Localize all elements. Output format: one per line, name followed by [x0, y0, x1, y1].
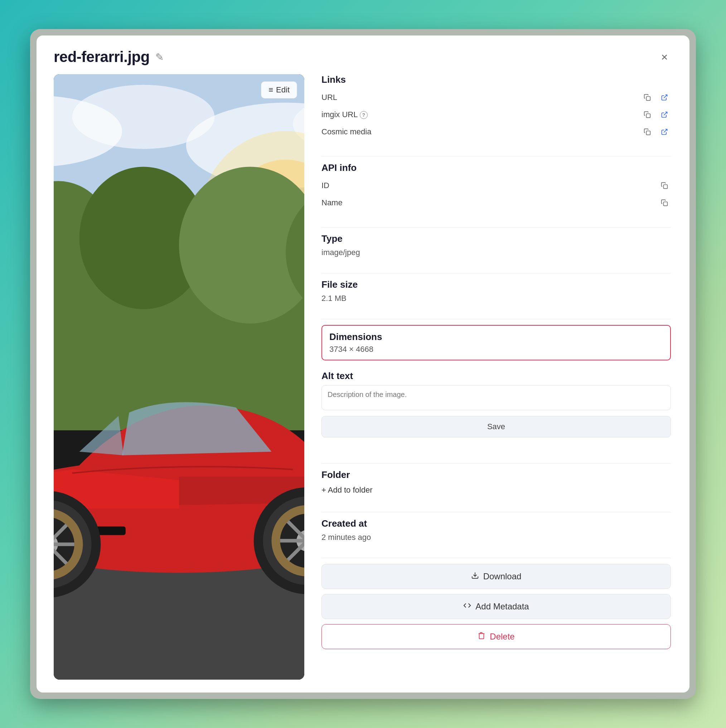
api-info-title: API info — [322, 162, 671, 173]
file-size-title: File size — [322, 279, 671, 290]
url-external-btn[interactable] — [658, 91, 671, 104]
svg-rect-43 — [647, 97, 650, 101]
type-title: Type — [322, 233, 671, 244]
cosmic-media-row: Cosmic media — [322, 123, 671, 141]
name-copy-btn[interactable] — [658, 196, 671, 209]
svg-rect-50 — [664, 202, 668, 206]
id-label: ID — [322, 181, 329, 190]
divider-5 — [322, 463, 671, 463]
delete-icon — [477, 632, 485, 642]
delete-label: Delete — [490, 632, 514, 642]
download-icon — [471, 572, 479, 581]
svg-rect-47 — [647, 131, 650, 135]
svg-rect-49 — [664, 185, 668, 189]
cosmic-copy-btn[interactable] — [641, 125, 654, 138]
alt-text-title: Alt text — [322, 370, 671, 382]
divider-2 — [322, 227, 671, 228]
title-row: red-ferarri.jpg ✎ — [54, 48, 163, 66]
created-at-title: Created at — [322, 518, 671, 529]
links-section: Links URL — [322, 74, 671, 141]
divider-6 — [322, 512, 671, 512]
imgix-external-btn[interactable] — [658, 108, 671, 121]
add-metadata-button[interactable]: Add Metadata — [322, 594, 671, 619]
alt-text-input[interactable] — [322, 385, 671, 410]
name-label: Name — [322, 198, 343, 208]
download-button[interactable]: Download — [322, 564, 671, 589]
svg-rect-45 — [647, 114, 650, 118]
name-icons — [658, 196, 671, 209]
url-label: URL — [322, 93, 337, 102]
cosmic-media-label: Cosmic media — [322, 127, 371, 136]
svg-line-44 — [664, 95, 667, 98]
sidebar: Links URL — [322, 74, 672, 680]
delete-button[interactable]: Delete — [322, 624, 671, 649]
divider-4 — [322, 319, 671, 319]
url-row: URL — [322, 89, 671, 106]
type-section: Type image/jpeg — [322, 233, 671, 257]
id-icons — [658, 179, 671, 192]
metadata-icon — [463, 601, 471, 612]
imgix-help-icon[interactable]: ? — [360, 111, 368, 119]
cosmic-external-btn[interactable] — [658, 125, 671, 138]
svg-line-48 — [664, 129, 667, 133]
add-to-folder-button[interactable]: + Add to folder — [322, 484, 373, 496]
imgix-url-icons — [641, 108, 671, 121]
imgix-url-label: imgix URL ? — [322, 110, 368, 119]
dimensions-value: 3734 × 4668 — [329, 345, 663, 354]
alt-text-save-button[interactable]: Save — [322, 416, 671, 437]
url-icons — [641, 91, 671, 104]
svg-line-46 — [664, 112, 667, 115]
divider-3 — [322, 273, 671, 273]
image-preview-area: ≡ Edit — [54, 74, 304, 680]
close-button[interactable]: × — [657, 49, 672, 65]
alt-text-section: Alt text Save — [322, 370, 671, 448]
links-title: Links — [322, 74, 671, 85]
divider-7 — [322, 558, 671, 558]
url-copy-btn[interactable] — [641, 91, 654, 104]
dimensions-title: Dimensions — [329, 331, 663, 343]
modal-title: red-ferarri.jpg — [54, 48, 149, 66]
folder-section: Folder + Add to folder — [322, 470, 671, 496]
modal-body: ≡ Edit Links URL — [37, 74, 689, 693]
type-value: image/jpeg — [322, 248, 671, 257]
edit-button-label: Edit — [276, 85, 290, 95]
created-at-value: 2 minutes ago — [322, 533, 671, 542]
api-info-section: API info ID Name — [322, 162, 671, 211]
modal-header: red-ferarri.jpg ✎ × — [37, 35, 689, 74]
add-metadata-label: Add Metadata — [476, 601, 529, 612]
imgix-url-row: imgix URL ? — [322, 106, 671, 123]
created-at-section: Created at 2 minutes ago — [322, 518, 671, 542]
cosmic-media-icons — [641, 125, 671, 138]
edit-button[interactable]: ≡ Edit — [261, 81, 297, 98]
folder-title: Folder — [322, 470, 671, 480]
name-row: Name — [322, 194, 671, 211]
file-size-section: File size 2.1 MB — [322, 279, 671, 303]
dimensions-section: Dimensions 3734 × 4668 — [322, 325, 671, 360]
imgix-copy-btn[interactable] — [641, 108, 654, 121]
outer-frame: red-ferarri.jpg ✎ × — [30, 29, 696, 699]
file-size-value: 2.1 MB — [322, 294, 671, 303]
id-row: ID — [322, 177, 671, 194]
id-copy-btn[interactable] — [658, 179, 671, 192]
download-label: Download — [483, 572, 522, 581]
bars-icon: ≡ — [268, 85, 273, 95]
title-edit-icon[interactable]: ✎ — [156, 51, 163, 63]
modal-container: red-ferarri.jpg ✎ × — [37, 35, 689, 693]
